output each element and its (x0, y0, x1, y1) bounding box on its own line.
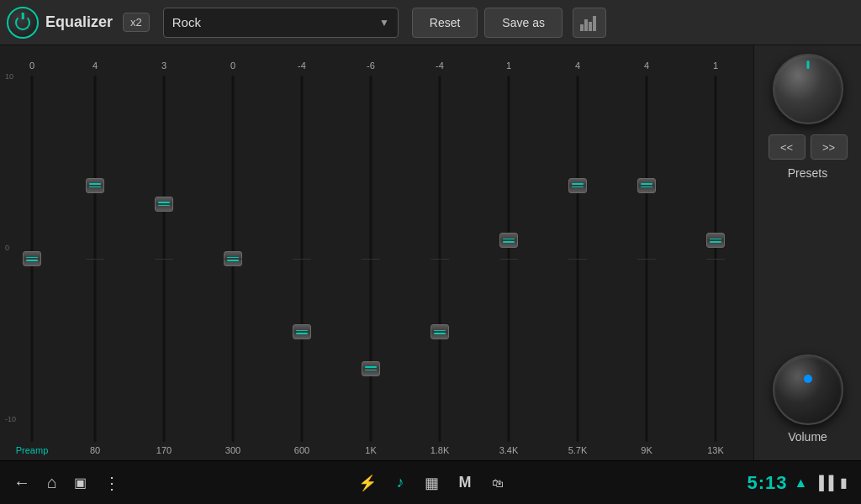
preset-prev-button[interactable]: << (769, 134, 806, 160)
statusbar-left: ← ⌂ ▣ ⋮ (13, 473, 292, 493)
main-area: 10 0 -10 0 Preamp 48031 (0, 45, 861, 460)
svg-rect-2 (589, 22, 592, 31)
signal-strength-icon: ▐▐ (814, 475, 833, 491)
stats-button[interactable] (573, 8, 606, 38)
reset-button[interactable]: Reset (412, 8, 478, 38)
handle-line (89, 183, 101, 185)
band-value-80: 4 (92, 60, 98, 72)
band-handle-1.8K[interactable] (430, 324, 449, 339)
volume-knob-wrap: Volume (773, 354, 843, 452)
preamp-slider[interactable] (24, 76, 40, 442)
preset-value: Rock (172, 15, 201, 29)
app-title: Equalizer (45, 13, 113, 31)
band-slider-13K[interactable] (706, 76, 725, 442)
band-freq-label-1.8K: 1.8K (430, 445, 450, 460)
band-handle-5.7K[interactable] (568, 178, 587, 193)
statusbar: ← ⌂ ▣ ⋮ ⚡ ♪ ▦ M 🛍 5:13 ▲ ▐▐ ▮ (0, 460, 861, 504)
band-value-5.7K: 4 (575, 60, 580, 72)
band-col-3.4K: 13.4K (474, 45, 543, 460)
band-freq-label-13K: 13K (707, 445, 724, 460)
eq-section: 10 0 -10 0 Preamp 48031 (0, 45, 753, 460)
handle-line (365, 366, 377, 368)
knob-indicator (806, 60, 809, 69)
header: Equalizer x2 Rock ▼ Reset Save as (0, 0, 861, 45)
band-slider-3.4K[interactable] (499, 76, 518, 442)
back-icon[interactable]: ← (13, 473, 30, 492)
band-handle-600[interactable] (293, 324, 311, 339)
band-handle-1K[interactable] (362, 361, 380, 376)
eq-knob[interactable] (773, 54, 843, 124)
band-slider-300[interactable] (224, 76, 242, 442)
handle-line (710, 241, 721, 243)
menu-icon[interactable]: ⋮ (103, 473, 120, 493)
volume-knob[interactable] (773, 354, 843, 425)
handle-line (572, 186, 584, 188)
eq-bands: 48031700300-4600-61K-41.8K13.4K45.7K49K1… (61, 45, 750, 460)
band-value-600: -4 (298, 60, 306, 72)
band-freq-label-80: 80 (90, 445, 100, 460)
recent-apps-icon[interactable]: ▣ (74, 475, 87, 491)
power-button[interactable] (7, 7, 39, 39)
power-icon (15, 15, 30, 30)
band-slider-1.8K[interactable] (430, 76, 449, 442)
band-handle-300[interactable] (224, 251, 242, 266)
band-handle-13K[interactable] (706, 233, 725, 248)
band-handle-80[interactable] (86, 178, 104, 193)
handle-line (158, 202, 170, 203)
band-col-9K: 49K (612, 45, 681, 460)
handle-line (296, 330, 308, 332)
handle-line (503, 239, 515, 240)
band-handle-170[interactable] (155, 197, 173, 212)
band-slider-5.7K[interactable] (568, 76, 587, 442)
home-icon[interactable]: ⌂ (47, 473, 57, 492)
band-col-300: 0300 (198, 45, 267, 460)
svg-rect-3 (593, 16, 596, 31)
band-handle-3.4K[interactable] (499, 233, 518, 248)
top-knob-wrap (773, 54, 843, 124)
band-track-13K (715, 76, 717, 442)
band-track-9K (646, 76, 648, 442)
band-freq-label-9K: 9K (641, 445, 652, 460)
statusbar-center: ⚡ ♪ ▦ M 🛍 (292, 474, 570, 492)
wifi-icon: ▲ (795, 475, 808, 491)
preset-next-button[interactable]: >> (811, 134, 848, 160)
stats-icon (580, 14, 599, 31)
x2-badge: x2 (123, 13, 150, 32)
handle-line (503, 241, 515, 243)
band-slider-600[interactable] (293, 76, 311, 442)
band-col-13K: 113K (681, 45, 750, 460)
band-col-80: 480 (61, 45, 129, 460)
handle-line (89, 186, 101, 188)
band-track-3.4K (508, 76, 510, 442)
band-track-5.7K (577, 76, 579, 442)
preset-selector[interactable]: Rock ▼ (163, 8, 399, 38)
band-col-600: -4600 (267, 45, 336, 460)
band-value-170: 3 (161, 60, 166, 72)
scale-bot: -10 (5, 415, 16, 423)
handle-line (158, 205, 170, 207)
band-slider-9K[interactable] (637, 76, 656, 442)
presets-controls: << >> (769, 134, 848, 160)
band-value-9K: 4 (644, 60, 649, 72)
band-freq-label-5.7K: 5.7K (568, 445, 588, 460)
handle-line (641, 183, 652, 185)
handle-line (227, 260, 239, 261)
band-track-80 (94, 76, 97, 442)
svg-rect-1 (584, 19, 588, 31)
right-panel: << >> Presets Volume (753, 45, 861, 460)
statusbar-right: 5:13 ▲ ▐▐ ▮ (569, 472, 848, 494)
saveas-button[interactable]: Save as (484, 8, 563, 38)
handle-line (572, 183, 584, 185)
scale-mid: 0 (5, 244, 9, 252)
time-display: 5:13 (747, 472, 787, 494)
sd-icon: ▦ (425, 474, 439, 492)
handle-line (227, 257, 239, 259)
band-freq-label-300: 300 (225, 445, 240, 460)
band-col-1K: -61K (336, 45, 405, 460)
band-freq-label-1K: 1K (365, 445, 376, 460)
handle-line (365, 370, 377, 371)
band-slider-1K[interactable] (362, 76, 380, 442)
band-slider-170[interactable] (155, 76, 173, 442)
band-slider-80[interactable] (86, 76, 104, 442)
band-handle-9K[interactable] (637, 178, 656, 193)
